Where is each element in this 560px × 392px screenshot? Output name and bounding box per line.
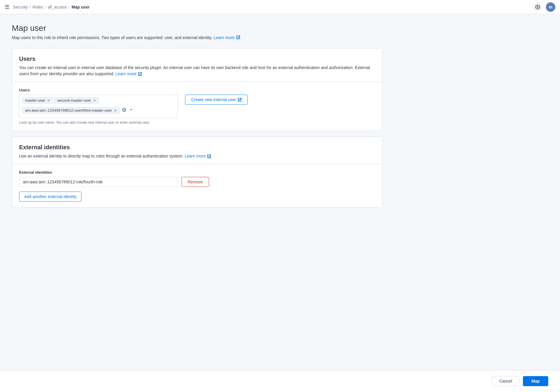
users-dropdown-button[interactable] — [129, 108, 134, 113]
users-card-title: Users — [19, 56, 375, 62]
external-identities-description: Use an external identity to directly map… — [19, 153, 375, 159]
clear-all-button[interactable] — [121, 107, 127, 114]
breadcrumb-sep-2: / — [45, 5, 46, 9]
page-learn-more-link[interactable]: Learn more — [214, 35, 240, 40]
users-field-hint: Look up by user name. You can also creat… — [19, 120, 178, 125]
users-input-area: master-user ✕ second-master-user ✕ arn:a… — [19, 95, 178, 125]
tag-remove-third-master-user[interactable]: ✕ — [114, 109, 117, 112]
tag-remove-master-user[interactable]: ✕ — [47, 99, 50, 102]
nav-left: ☰ Security / Roles / all_access / Map us… — [5, 4, 90, 10]
add-another-external-identity-button[interactable]: Add another external identity — [19, 192, 81, 202]
external-identities-divider — [12, 164, 382, 164]
external-identities-learn-more-link[interactable]: Learn more — [185, 154, 211, 158]
add-external-identity-label: Add another external identity — [24, 194, 76, 199]
svg-point-0 — [537, 6, 539, 8]
tag-remove-second-master-user[interactable]: ✕ — [93, 99, 96, 102]
external-link-icon — [207, 154, 211, 158]
breadcrumb-sep-3: / — [69, 5, 70, 9]
users-learn-more-link[interactable]: Learn more — [116, 71, 142, 76]
external-identities-title: External identities — [19, 144, 375, 151]
users-tags-input[interactable]: master-user ✕ second-master-user ✕ arn:a… — [19, 95, 178, 118]
create-internal-user-label: Create new internal user — [191, 97, 236, 102]
users-card-divider — [12, 82, 382, 82]
tag-row-third: arn:aws:iam::123456789012:user/third-mas… — [22, 107, 175, 114]
create-new-internal-user-button[interactable]: Create new internal user — [185, 95, 248, 105]
remove-external-identity-button[interactable]: Remove — [181, 177, 209, 187]
tag-label: master-user — [25, 98, 45, 103]
breadcrumb-security[interactable]: Security — [13, 5, 28, 9]
main-content: Map user Map users to this role to inher… — [0, 14, 394, 223]
breadcrumb: Security / Roles / all_access / Map user — [13, 5, 90, 9]
users-card-description: You can create an internal user in inter… — [19, 65, 375, 77]
tag-third-master-user: arn:aws:iam::123456789012:user/third-mas… — [22, 107, 119, 113]
external-identities-field-label: External identities — [19, 170, 375, 175]
external-identities-card: External identities Use an external iden… — [12, 137, 382, 208]
breadcrumb-all-access[interactable]: all_access — [48, 5, 67, 9]
top-navigation: ☰ Security / Roles / all_access / Map us… — [0, 0, 560, 14]
avatar[interactable]: m — [546, 2, 555, 12]
breadcrumb-roles[interactable]: Roles — [32, 5, 43, 9]
users-field-label: Users — [19, 88, 375, 92]
settings-icon[interactable] — [533, 2, 542, 12]
breadcrumb-sep-1: / — [30, 5, 31, 9]
tag-second-master-user: second-master-user ✕ — [54, 97, 99, 103]
breadcrumb-current: Map user — [71, 5, 89, 9]
tag-label: second-master-user — [57, 98, 91, 103]
nav-right: m — [533, 2, 555, 12]
page-description: Map users to this role to inherit role p… — [12, 35, 382, 40]
external-identity-row: Remove — [19, 177, 375, 187]
external-identity-input[interactable] — [19, 177, 178, 187]
users-card: Users You can create an internal user in… — [12, 48, 382, 131]
tag-label: arn:aws:iam::123456789012:user/third-mas… — [25, 108, 112, 113]
users-external-link-icon — [138, 71, 142, 76]
users-row: master-user ✕ second-master-user ✕ arn:a… — [19, 95, 375, 125]
page-external-link-icon — [236, 36, 240, 40]
page-title: Map user — [12, 24, 382, 33]
hamburger-icon[interactable]: ☰ — [5, 4, 9, 10]
tag-master-user: master-user ✕ — [22, 97, 53, 103]
